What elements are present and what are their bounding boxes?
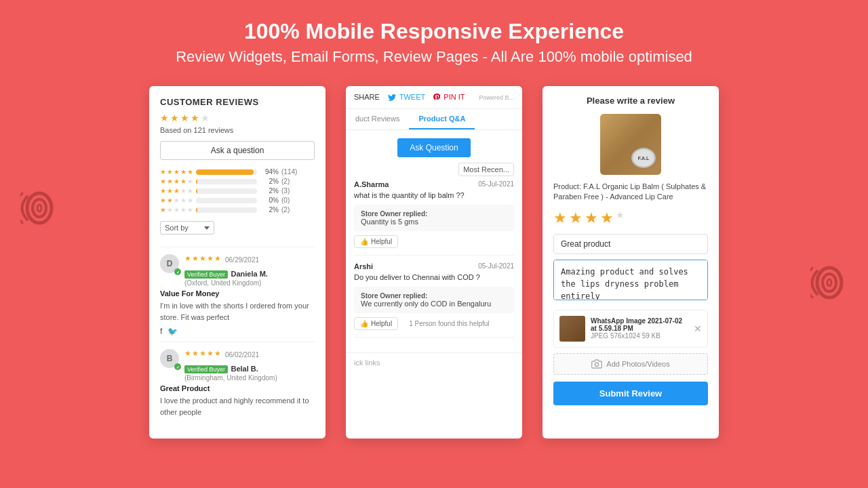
image-attachment: WhatsApp Image 2021-07-02 at 5.59.18 PM …: [553, 310, 708, 348]
rating-bar-2: ★★★★★ 0% (0): [160, 197, 315, 204]
svg-point-4: [823, 274, 836, 291]
share-link[interactable]: SHARE: [354, 93, 380, 102]
attachment-close-button[interactable]: ✕: [694, 323, 702, 334]
qa-item-2: Arshi 05-Jul-2021 Do you deliver to Chen…: [354, 262, 514, 338]
review-text-1: I'm in love with the shorts I ordered fr…: [160, 300, 315, 323]
rating-select[interactable]: ★ ★ ★ ★ ★: [553, 209, 708, 227]
tweet-link[interactable]: TWEET: [388, 93, 425, 102]
review-star-4[interactable]: ★: [600, 209, 614, 227]
quick-links: ick links: [346, 352, 522, 372]
star-4: ★: [191, 113, 199, 123]
avatar-b: B: [160, 349, 179, 368]
most-recent-label[interactable]: Most Recen...: [458, 163, 514, 176]
most-recent-filter: Most Recen...: [354, 165, 514, 174]
write-review-title: Please write a review: [553, 96, 708, 106]
qa-header-1: A.Sharma 05-Jul-2021: [354, 180, 514, 188]
reviewer-location-1: (Oxford, United Kingdom): [184, 279, 315, 287]
review-2-date: 06/02/2021: [225, 351, 259, 359]
review-text-2: I love the product and highly recommend …: [160, 395, 315, 418]
attachment-thumbnail: [559, 316, 585, 342]
svg-point-5: [827, 279, 831, 286]
rating-bars: ★★★★★ 94% (114) ★★★★★ 2% (2) ★★★★★ 2%: [160, 168, 315, 214]
helpful-count-2: 1 Person found this helpful: [409, 320, 489, 327]
qa-reply-text-2: We currently only do COD in Bengaluru: [361, 300, 507, 308]
reviewer-location-2: (Birmingham, United Kingdom): [184, 374, 315, 382]
qa-item-1: A.Sharma 05-Jul-2021 what is the quantit…: [354, 180, 514, 256]
qa-author-2: Arshi: [354, 262, 373, 270]
reviewer-row-2: B ★ ★ ★ ★ ★ 06/02/2021: [160, 349, 315, 382]
reviewer-info-2: ★ ★ ★ ★ ★ 06/02/2021 Verified Buyer Bela…: [184, 349, 315, 382]
qa-question-1: what is the quantity of lip balm ??: [354, 191, 514, 199]
qa-reply-text-1: Quantity is 5 gms: [361, 218, 507, 226]
verified-badge-1: [174, 268, 181, 275]
helpful-btn-2[interactable]: 👍 Helpful: [354, 317, 398, 330]
card2-body: Ask Question Most Recen... A.Sharma 05-J…: [346, 130, 522, 352]
submit-review-button[interactable]: Submit Review: [553, 382, 708, 405]
verified-badge-2: [174, 363, 181, 370]
reviewer-name-2: Belal B.: [231, 365, 258, 373]
page-subtitle: Review Widgets, Email Forms, Review Page…: [14, 48, 854, 66]
customer-reviews-title: CUSTOMER REVIEWS: [160, 97, 315, 107]
review-star-3[interactable]: ★: [585, 209, 598, 227]
review-star-1[interactable]: ★: [553, 209, 567, 227]
review-1-stars: ★ ★ ★ ★ ★: [184, 254, 221, 263]
sort-dropdown[interactable]: Sort by Most Recent Top Rated: [160, 221, 214, 235]
product-image: F.A.L: [600, 114, 661, 175]
product-name: Product: F.A.L Organic Lip Balm ( Sulpha…: [553, 182, 708, 203]
star-5-empty: ★: [201, 113, 210, 123]
star-2: ★: [170, 113, 179, 123]
verified-text-2: Verified Buyer: [184, 365, 228, 373]
review-star-2[interactable]: ★: [569, 209, 583, 227]
qa-reply-label-1: Store Owner replied:: [361, 210, 507, 218]
review-1-date: 06/29/2021: [225, 256, 259, 264]
reviewer-row-1: D ★ ★ ★ ★ ★ 06/29/2021: [160, 254, 315, 287]
reviewer-info-1: ★ ★ ★ ★ ★ 06/29/2021 Verified Buyer Dani…: [184, 254, 315, 287]
svg-point-6: [595, 363, 599, 366]
review-headline-1: Value For Money: [160, 289, 315, 298]
helpful-label-1: Helpful: [371, 238, 392, 245]
camera-icon: [591, 359, 602, 369]
pin-link[interactable]: PIN IT: [433, 93, 465, 102]
helpful-label-2: Helpful: [371, 320, 392, 327]
ask-question-button[interactable]: Ask a question: [160, 141, 315, 160]
review-2-stars: ★ ★ ★ ★ ★: [184, 349, 221, 358]
rating-bar-3: ★★★★★ 2% (3): [160, 187, 315, 195]
attachment-name: WhatsApp Image 2021-07-02 at 5.59.18 PM: [591, 317, 688, 332]
page-title: 100% Mobile Responsive Experience: [14, 19, 854, 44]
attachment-info: WhatsApp Image 2021-07-02 at 5.59.18 PM …: [591, 317, 688, 340]
attachment-meta: JPEG 576x1024 59 KB: [591, 332, 688, 340]
social-icons-1: f 🐦: [160, 327, 315, 336]
twitter-icon[interactable]: 🐦: [167, 327, 178, 336]
rating-bar-1: ★★★★★ 2% (2): [160, 206, 315, 214]
page-header: 100% Mobile Responsive Experience Review…: [0, 0, 868, 79]
add-photos-button[interactable]: Add Photos/Videos: [553, 353, 708, 375]
qa-header-2: Arshi 05-Jul-2021: [354, 262, 514, 270]
card2-tabs: duct Reviews Product Q&A: [346, 109, 522, 130]
svg-point-3: [817, 268, 842, 298]
review-body-textarea[interactable]: Amazing product and solves the lips dryn…: [553, 260, 708, 300]
write-review-card: Please write a review F.A.L Product: F.A…: [542, 86, 719, 439]
wave-left-icon: [20, 190, 58, 235]
review-stars-date-1: ★ ★ ★ ★ ★ 06/29/2021: [184, 254, 315, 266]
qa-reply-label-2: Store Owner replied:: [361, 292, 507, 300]
wave-right-icon: [810, 264, 848, 310]
tab-product-reviews[interactable]: duct Reviews: [346, 109, 409, 129]
review-star-5[interactable]: ★: [616, 209, 625, 227]
cards-container: CUSTOMER REVIEWS ★ ★ ★ ★ ★ Based on 121 …: [0, 79, 868, 445]
qa-date-1: 05-Jul-2021: [478, 180, 514, 188]
verified-text-1: Verified Buyer: [184, 270, 228, 279]
review-headline-2: Great Product: [160, 384, 315, 392]
tab-product-qa[interactable]: Product Q&A: [409, 109, 475, 129]
review-title-input[interactable]: [553, 234, 708, 254]
qa-date-2: 05-Jul-2021: [478, 262, 514, 270]
topbar-links: SHARE TWEET PIN IT: [354, 93, 465, 102]
svg-point-1: [33, 199, 46, 217]
facebook-icon[interactable]: f: [160, 327, 162, 336]
star-1: ★: [160, 113, 169, 123]
customer-reviews-card: CUSTOMER REVIEWS ★ ★ ★ ★ ★ Based on 121 …: [149, 86, 326, 439]
powered-by-text: Powered B...: [479, 94, 514, 101]
bar-stars-5: ★★★★★: [160, 168, 193, 176]
ask-question-btn[interactable]: Ask Question: [397, 138, 470, 157]
helpful-btn-1[interactable]: 👍 Helpful: [354, 235, 398, 248]
reviewer-name-1: Daniela M.: [231, 270, 267, 278]
